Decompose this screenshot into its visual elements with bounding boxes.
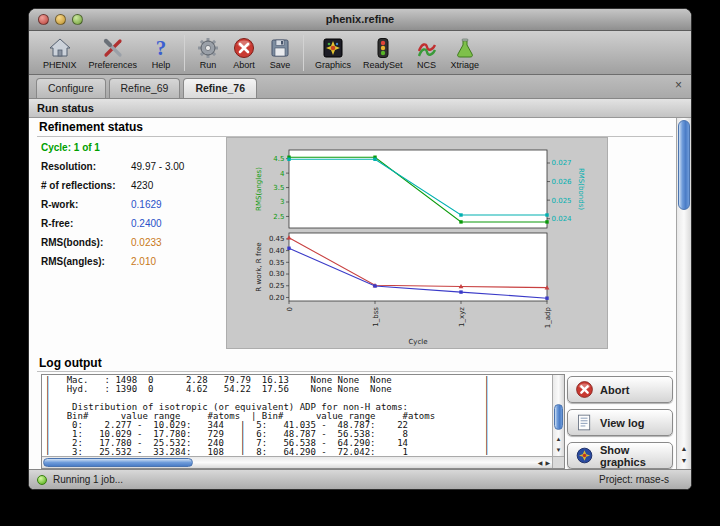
tab-refine-69[interactable]: Refine_69 — [109, 78, 181, 98]
scroll-left-icon[interactable]: ◀ — [538, 459, 543, 466]
title-bar[interactable]: phenix.refine — [29, 9, 691, 31]
log-scrollbar-arrows[interactable]: ◀▶ — [538, 457, 550, 468]
svg-text:1_adp: 1_adp — [544, 306, 552, 328]
toolbar-help-button[interactable]: ? Help — [143, 34, 179, 71]
toolbar-separator — [303, 35, 304, 71]
toolbar-ncs-button[interactable]: NCS — [409, 34, 445, 71]
log-horizontal-scrollbar-thumb[interactable] — [43, 458, 193, 467]
toolbar-run-button[interactable]: Run — [190, 34, 226, 71]
log-scrollbar-arrows[interactable]: ▲▼ — [553, 432, 564, 456]
scroll-down-icon[interactable]: ▼ — [556, 445, 562, 456]
save-floppy-icon — [268, 35, 292, 60]
run-status-panel: Refinement status Cycle: 1 of 1 Resoluti… — [29, 118, 691, 469]
running-status-text: Running 1 job... — [53, 474, 123, 485]
toolbar-abort-button[interactable]: Abort — [226, 34, 262, 71]
stat-resolution: Resolution:49.97 - 3.00 — [41, 157, 184, 176]
content-scrollbar-arrows[interactable]: ▲▼ — [677, 443, 691, 467]
project-name-text: Project: rnase-s — [599, 474, 669, 485]
stat-reflections: # of reflections:4230 — [41, 176, 184, 195]
refinement-stats: Cycle: 1 of 1 Resolution:49.97 - 3.00 # … — [41, 138, 184, 271]
screenshot-stage: phenix.refine PHENIX Preferences ? Help — [0, 0, 720, 526]
toolbar-phenix-button[interactable]: PHENIX — [37, 34, 83, 71]
toolbar-readyset-button[interactable]: ReadySet — [357, 34, 409, 71]
abort-red-x-icon — [575, 380, 594, 399]
toolbar-save-button[interactable]: Save — [262, 34, 298, 71]
content-vertical-scrollbar[interactable]: ▲▼ — [676, 118, 691, 469]
graphics-icon — [321, 35, 345, 60]
svg-text:0.25: 0.25 — [269, 282, 285, 290]
stat-value: 0.2400 — [131, 218, 162, 229]
stat-value: 0.0233 — [131, 237, 162, 248]
running-status-icon — [37, 475, 47, 485]
tab-bar: Configure Refine_69 Refine_76 × — [29, 75, 691, 99]
stat-r-work: R-work:0.1629 — [41, 195, 184, 214]
preferences-tools-icon — [101, 35, 125, 60]
scroll-down-icon[interactable]: ▼ — [681, 455, 688, 467]
svg-text:4: 4 — [280, 170, 285, 178]
stat-label: RMS(bonds): — [41, 233, 131, 252]
log-vertical-scrollbar[interactable]: ▲▼ — [552, 375, 564, 456]
chart-svg: 2.533.544.50.0240.0250.0260.027RMS(angle… — [227, 138, 609, 350]
stat-r-free: R-free:0.2400 — [41, 214, 184, 233]
action-buttons: Abort View log Show graphics — [567, 376, 673, 469]
close-window-button[interactable] — [38, 14, 49, 25]
toolbar-preferences-button[interactable]: Preferences — [83, 34, 144, 71]
toolbar-label: PHENIX — [43, 60, 77, 70]
svg-text:0.024: 0.024 — [552, 215, 573, 223]
stat-rms-angles: RMS(angles):2.010 — [41, 252, 184, 271]
svg-text:0.45: 0.45 — [269, 235, 285, 243]
minimize-window-button[interactable] — [55, 14, 66, 25]
toolbar-xtriage-button[interactable]: Xtriage — [445, 34, 486, 71]
toolbar-label: Preferences — [89, 60, 138, 70]
scrollbar-corner — [552, 456, 564, 468]
stat-value: 0.1629 — [131, 199, 162, 210]
stat-value: 49.97 - 3.00 — [131, 161, 184, 172]
svg-text:RMS(angles): RMS(angles) — [255, 167, 263, 211]
svg-text:0.025: 0.025 — [552, 197, 572, 205]
log-horizontal-scrollbar[interactable]: ◀▶ — [42, 456, 552, 468]
svg-text:0.027: 0.027 — [552, 159, 572, 167]
window-title: phenix.refine — [29, 9, 691, 30]
log-output-box[interactable]: | Mac. : 1498 0 2.28 79.79 16.13 None No… — [41, 374, 565, 469]
view-log-button[interactable]: View log — [567, 409, 673, 436]
abort-red-x-icon — [232, 35, 256, 60]
log-output-text: | Mac. : 1498 0 2.28 79.79 16.13 None No… — [43, 375, 551, 455]
svg-text:3.5: 3.5 — [273, 184, 284, 192]
stat-value: 4230 — [131, 180, 153, 191]
scroll-up-icon[interactable]: ▲ — [556, 434, 562, 445]
svg-text:1_bss: 1_bss — [372, 307, 380, 327]
toolbar-label: Help — [152, 60, 171, 70]
tab-configure[interactable]: Configure — [36, 78, 106, 98]
show-graphics-icon — [575, 446, 594, 465]
stat-value: 2.010 — [131, 256, 156, 267]
svg-text:0: 0 — [286, 307, 294, 311]
toolbar-label: Save — [270, 60, 291, 70]
toolbar-label: NCS — [417, 60, 436, 70]
abort-button[interactable]: Abort — [567, 376, 673, 403]
svg-text:2.5: 2.5 — [273, 213, 284, 221]
scroll-up-icon[interactable]: ▲ — [681, 443, 688, 455]
run-status-header: Run status — [29, 99, 691, 118]
zoom-window-button[interactable] — [72, 14, 83, 25]
svg-text:4.5: 4.5 — [273, 155, 284, 163]
tab-close-icon[interactable]: × — [675, 79, 682, 91]
show-graphics-button[interactable]: Show graphics — [567, 442, 673, 469]
log-vertical-scrollbar-thumb[interactable] — [554, 404, 563, 430]
stat-label: RMS(angles): — [41, 252, 131, 271]
svg-text:0.20: 0.20 — [269, 294, 285, 302]
cycle-status: Cycle: 1 of 1 — [41, 138, 184, 157]
divider — [37, 371, 673, 372]
log-output-heading: Log output — [39, 356, 102, 370]
stat-label: R-free: — [41, 214, 131, 233]
toolbar-label: ReadySet — [363, 60, 403, 70]
scroll-right-icon[interactable]: ▶ — [545, 459, 550, 466]
stat-label: Resolution: — [41, 157, 131, 176]
view-log-document-icon — [575, 413, 594, 432]
toolbar-separator — [184, 35, 185, 71]
refinement-progress-chart: 2.533.544.50.0240.0250.0260.027RMS(angle… — [226, 137, 608, 349]
phenix-home-icon — [48, 35, 72, 60]
toolbar-graphics-button[interactable]: Graphics — [309, 34, 357, 71]
svg-text:0.026: 0.026 — [552, 178, 573, 186]
content-scrollbar-thumb[interactable] — [678, 120, 690, 210]
tab-refine-76[interactable]: Refine_76 — [183, 78, 257, 98]
